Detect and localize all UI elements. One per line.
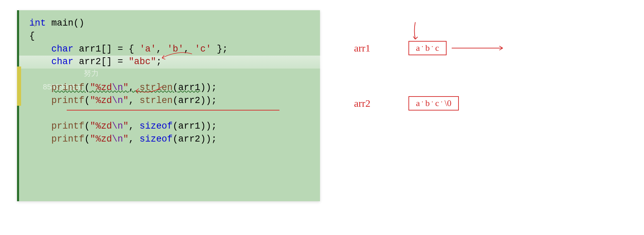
pointer-arrow-icon [408,20,422,44]
change-marker [17,67,21,106]
cell-a: a [413,43,423,53]
overflow-arrow-icon [450,43,508,53]
cell-c2: c [433,98,442,108]
memory-box-arr1: a b c [408,41,447,55]
code-line-blank-2 [29,107,317,120]
cell-a2: a [413,98,423,108]
code-line-printf-strlen-arr2: printf("%zd\n", strlen(arr2)); [29,94,317,107]
cell-c: c [433,43,442,53]
diagram-label-arr1: arr1 [354,42,398,54]
annotation-arrow-1 [152,51,199,65]
cell-null: \0 [442,98,454,108]
cell-b2: b [423,98,433,108]
code-line-blank-1 [29,69,317,82]
memory-box-arr2: a b c \0 [408,96,459,111]
code-line-open-brace: { [29,30,317,43]
code-line-printf-sizeof-arr2: printf("%zd\n", sizeof(arr2)); [29,133,317,146]
code-line-printf-sizeof-arr1: printf("%zd\n", sizeof(arr1)); [29,120,317,133]
code-content: 努力 858399853 ⌄int main() { char arr1[] =… [19,10,320,149]
code-line-signature: ⌄int main() [29,17,317,30]
diagram-label-arr2: arr2 [354,98,398,109]
code-editor-panel: 努力 858399853 ⌄int main() { char arr1[] =… [17,10,320,201]
code-line-printf-strlen-arr1: printf("%zd\n", strlen(arr1)); [29,82,317,94]
diagram-row-arr1: arr1 a b c [320,41,644,55]
cell-b: b [423,43,433,53]
diagram-row-arr2: arr2 a b c \0 [320,96,644,111]
red-underline-annotation [67,110,279,111]
collapse-marker-icon: ⌄ [32,17,37,30]
memory-diagram-panel: arr1 a b c arr2 a b c \0 [320,0,644,235]
annotation-arrow-2 [128,85,169,99]
